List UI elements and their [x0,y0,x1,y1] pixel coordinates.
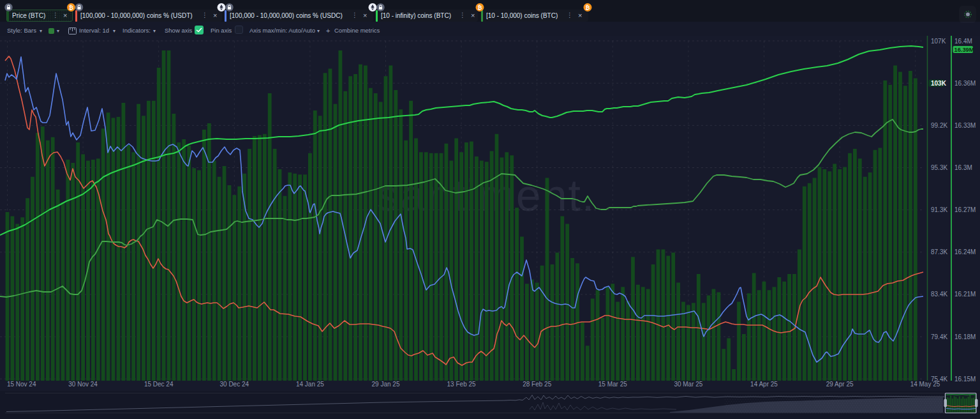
svg-text:15 Nov 24: 15 Nov 24 [7,381,36,388]
svg-text:16.21M: 16.21M [954,291,976,298]
svg-text:16.24M: 16.24M [954,248,976,255]
svg-text:30 Mar 25: 30 Mar 25 [674,381,702,388]
svg-text:83.4K: 83.4K [931,291,947,298]
svg-text:16.3M: 16.3M [954,164,972,171]
svg-text:16.33M: 16.33M [954,122,976,129]
svg-text:103K: 103K [931,80,947,87]
svg-text:107K: 107K [931,38,946,45]
svg-text:14 May 25: 14 May 25 [910,381,940,388]
svg-text:99.2K: 99.2K [931,122,947,129]
svg-text:₿: ₿ [69,4,73,11]
svg-text:16.4M: 16.4M [954,38,972,45]
svg-text:15 Dec 24: 15 Dec 24 [144,381,174,388]
svg-text:91.3K: 91.3K [931,206,947,213]
svg-text:14 Apr 25: 14 Apr 25 [750,381,778,388]
svg-text:30 Dec 24: 30 Dec 24 [220,381,249,388]
svg-text:16.15M: 16.15M [954,376,976,383]
svg-text:16.27M: 16.27M [954,206,976,213]
svg-text:29 Jan 25: 29 Jan 25 [372,381,400,388]
svg-text:13 Feb 25: 13 Feb 25 [447,381,476,388]
svg-text:16.36M: 16.36M [954,80,976,87]
svg-text:95.3K: 95.3K [931,164,947,171]
svg-text:₿: ₿ [478,4,482,11]
svg-text:16.39M: 16.39M [954,47,974,53]
svg-text:₿: ₿ [586,4,590,11]
svg-text:16.18M: 16.18M [954,333,976,340]
svg-text:87.3K: 87.3K [931,248,947,255]
svg-text:29 Apr 25: 29 Apr 25 [826,381,854,388]
svg-text:79.4K: 79.4K [931,333,947,340]
svg-text:30 Nov 24: 30 Nov 24 [68,381,98,388]
svg-text:28 Feb 25: 28 Feb 25 [523,381,551,388]
svg-text:14 Jan 25: 14 Jan 25 [296,381,324,388]
svg-text:15 Mar 25: 15 Mar 25 [598,381,627,388]
